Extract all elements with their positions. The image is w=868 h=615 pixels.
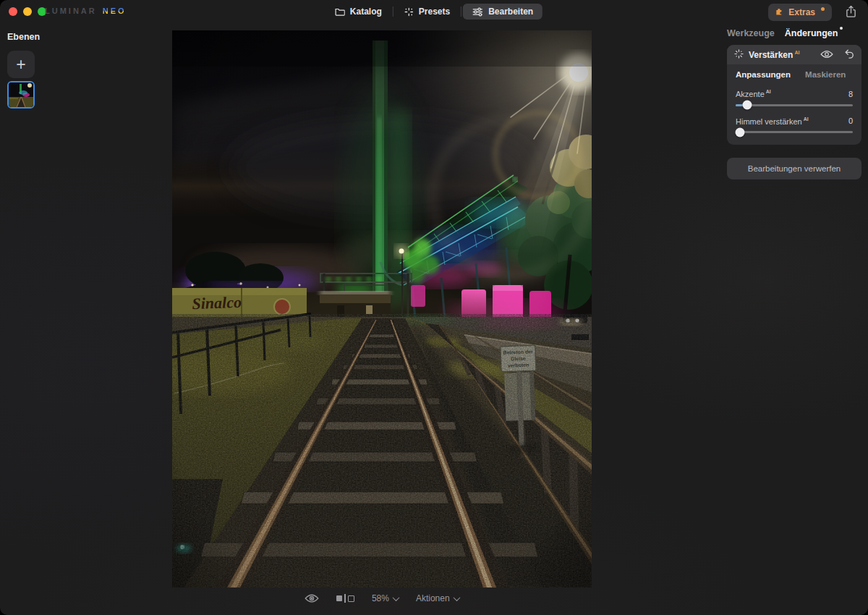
chevron-down-icon xyxy=(453,594,460,601)
sparkle-wand-icon xyxy=(404,7,414,17)
changes-indicator-dot xyxy=(840,27,843,30)
photo-canvas[interactable]: Sinalco xyxy=(172,30,592,588)
tab-bearbeiten[interactable]: Bearbeiten xyxy=(463,4,542,20)
extras-label: Extras xyxy=(788,7,815,17)
verstaerken-tool-card: VerstärkenAI Anpassungen Maskieren Akz xyxy=(727,45,861,145)
tab-aenderungen-label: Änderungen xyxy=(785,28,838,38)
tool-title: VerstärkenAI xyxy=(749,50,799,60)
actions-dropdown[interactable]: Aktionen xyxy=(416,593,459,603)
slider-value: 0 xyxy=(848,116,853,125)
tab-presets-label: Presets xyxy=(419,7,450,17)
tab-bearbeiten-label: Bearbeiten xyxy=(488,7,533,17)
slider-track[interactable] xyxy=(736,104,853,106)
tab-divider xyxy=(393,7,393,17)
folder-icon xyxy=(335,7,345,16)
close-window-button[interactable] xyxy=(9,7,17,16)
tool-header[interactable]: VerstärkenAI xyxy=(727,45,861,64)
sparkle-icon xyxy=(734,48,744,62)
slider-value: 8 xyxy=(848,90,853,98)
puzzle-icon xyxy=(775,6,784,19)
edit-panel-tabs: Werkzeuge Änderungen xyxy=(727,28,863,38)
logo-product: NEO xyxy=(103,7,127,15)
tab-presets[interactable]: Presets xyxy=(395,4,459,20)
preview-eye-icon[interactable] xyxy=(305,593,319,603)
titlebar: LUMINAR NEO Katalog xyxy=(0,0,868,23)
app-logo: LUMINAR NEO xyxy=(45,7,127,15)
tab-katalog-label: Katalog xyxy=(350,7,382,17)
slider-track[interactable] xyxy=(736,131,853,133)
chevron-down-icon xyxy=(392,594,399,601)
subtab-maskieren[interactable]: Maskieren xyxy=(805,70,846,79)
zoom-level-dropdown[interactable]: 58% xyxy=(372,593,399,603)
actions-label: Aktionen xyxy=(416,593,450,603)
sliders-icon xyxy=(472,7,483,17)
slider-knob[interactable] xyxy=(735,127,744,137)
tab-aenderungen[interactable]: Änderungen xyxy=(785,28,838,38)
tab-divider xyxy=(461,7,461,17)
tool-subtabs: Anpassungen Maskieren xyxy=(727,64,861,80)
slider-knob[interactable] xyxy=(743,101,752,110)
undo-icon[interactable] xyxy=(844,48,854,62)
slider-label: Himmel verstärkenAI xyxy=(736,116,809,126)
layers-panel-title: Ebenen xyxy=(7,32,40,42)
tab-werkzeuge[interactable]: Werkzeuge xyxy=(727,28,775,38)
extras-notification-dot xyxy=(821,7,825,11)
app-window: LUMINAR NEO Katalog xyxy=(0,0,868,615)
ai-badge: AI xyxy=(794,50,799,55)
akzente-slider[interactable]: AkzenteAI 8 xyxy=(736,89,853,106)
ai-badge: AI xyxy=(766,89,771,94)
discard-edits-button[interactable]: Bearbeitungen verwerfen xyxy=(727,158,861,179)
slider-group: AkzenteAI 8 Himmel verstärkenAI 0 xyxy=(727,80,861,145)
layer-thumbnail[interactable] xyxy=(7,81,35,109)
logo-brand: LUMINAR xyxy=(45,7,97,15)
eye-icon[interactable] xyxy=(820,48,833,62)
ai-badge: AI xyxy=(804,116,809,122)
compare-icon[interactable] xyxy=(336,594,354,603)
extras-button[interactable]: Extras xyxy=(768,4,832,21)
slider-label: AkzenteAI xyxy=(736,89,771,98)
minimize-window-button[interactable] xyxy=(23,7,32,16)
viewer-toolbar: 58% Aktionen xyxy=(172,593,592,603)
mode-tabs: Katalog Presets xyxy=(326,4,542,20)
tab-katalog[interactable]: Katalog xyxy=(326,4,391,20)
subtab-anpassungen[interactable]: Anpassungen xyxy=(736,70,791,79)
himmel-verstaerken-slider[interactable]: Himmel verstärkenAI 0 xyxy=(736,116,853,134)
zoom-level-value: 58% xyxy=(372,593,389,603)
share-icon[interactable] xyxy=(846,5,856,21)
add-layer-button[interactable]: + xyxy=(7,51,35,78)
traffic-lights xyxy=(9,7,46,16)
